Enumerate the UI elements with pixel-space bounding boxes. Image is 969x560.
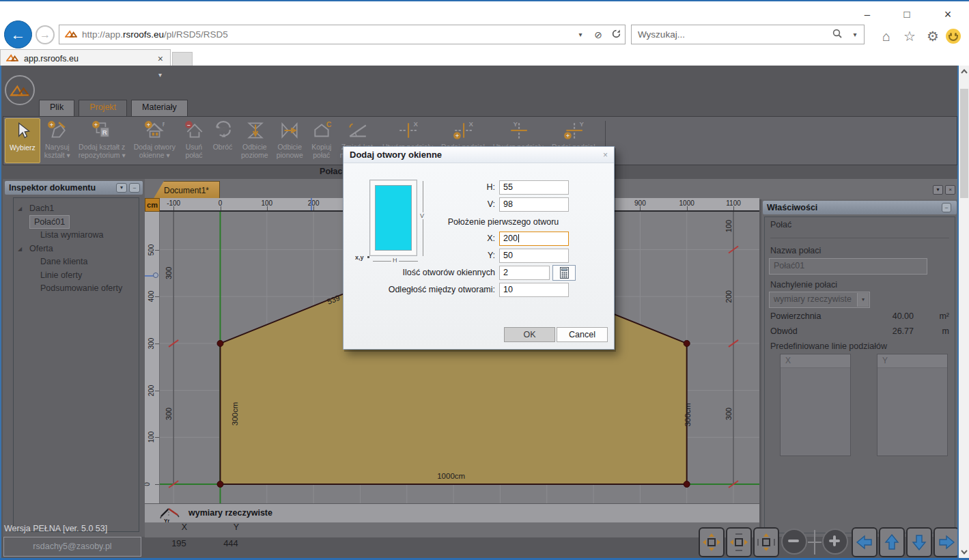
field-x-input[interactable]: 200 (499, 232, 569, 246)
pan-left-icon (855, 533, 874, 552)
calculator-button[interactable] (552, 265, 576, 281)
field-y-input[interactable]: 50 (499, 249, 569, 263)
new-tab-button[interactable] (172, 52, 193, 67)
scroll-down-icon[interactable] (959, 546, 969, 558)
tree-expander-icon[interactable]: ◢ (18, 246, 22, 252)
document-dropdown-button[interactable]: ▾ (933, 185, 943, 195)
ribbon-button-repo-shape[interactable]: R+Dodaj kształt zrepozytorium ▾ (74, 118, 130, 163)
field-v-input[interactable]: 98 (499, 197, 569, 212)
roof-name-input[interactable]: Połać01 (769, 258, 927, 275)
tree-item[interactable]: Linie oferty (40, 269, 82, 282)
address-dropdown-icon[interactable]: ▾ (572, 31, 589, 38)
ribbon-button-mirror-vertical[interactable]: Odbiciepionowe (272, 118, 307, 163)
ribbon-tab-projekt[interactable]: Projekt (79, 100, 127, 116)
select-caret-icon[interactable]: ▾ (857, 293, 869, 307)
tree-item-połać01[interactable]: Połać01 (29, 215, 70, 229)
pan-up-button[interactable] (879, 527, 905, 557)
tree-item[interactable]: Podsumowanie oferty (40, 282, 122, 295)
svg-text:R: R (102, 128, 107, 136)
svg-text:X: X (414, 120, 418, 128)
dialog-close-icon[interactable]: × (603, 150, 608, 160)
search-input[interactable]: Wyszukaj... ▾ (631, 25, 865, 44)
split-list-y-header: Y (877, 354, 947, 368)
slope-mode-select[interactable]: wymiary rzeczywiste ▾ (769, 292, 870, 308)
navigation-bar: ← → http://app.rsroofs.eu/pl/RSD5/RSD5 ▾… (0, 19, 969, 49)
zoom-in-button[interactable] (822, 529, 848, 555)
ruler-label: 200 (148, 384, 155, 396)
ruler-label: -100 (167, 199, 180, 207)
quick-access-caret-icon[interactable]: ▾ (158, 71, 162, 79)
forward-button[interactable]: → (36, 25, 55, 44)
field-h-input[interactable]: 55 (499, 180, 569, 195)
cancel-button[interactable]: Cancel (557, 327, 608, 342)
browser-tab[interactable]: app.rsroofs.eu × (0, 49, 171, 67)
ribbon-button-cursor[interactable]: Wybierz (5, 118, 40, 163)
metric-value: 40.00 (847, 311, 914, 321)
split-list-x[interactable]: X (780, 354, 851, 456)
fit-height-button[interactable] (753, 527, 779, 557)
scrollbar-thumb[interactable] (960, 89, 968, 198)
svg-text:300cm: 300cm (684, 403, 692, 427)
tree-item[interactable]: Dane klienta (40, 255, 88, 268)
ruler-tick (155, 484, 160, 485)
pan-down-icon (910, 533, 929, 552)
browser-scrollbar[interactable] (959, 66, 969, 558)
properties-body: Połać Nazwa połaci Połać01 Nachylenie po… (764, 216, 955, 533)
remove-roof-icon: – (184, 120, 204, 141)
app-logo-icon[interactable] (5, 75, 35, 105)
split-list-y[interactable]: Y (877, 354, 948, 456)
svg-text:–: – (187, 122, 191, 128)
properties-header[interactable]: Właściwości (763, 201, 957, 214)
inspector-minimize-button[interactable]: – (129, 183, 140, 193)
pan-right-button[interactable] (933, 527, 959, 557)
back-button[interactable]: ← (4, 20, 32, 48)
tree-item[interactable]: Lista wymiarowa (40, 229, 103, 242)
ribbon-tab-plik[interactable]: Plik (39, 100, 74, 116)
field-spacing-input[interactable]: 10 (499, 283, 569, 297)
home-icon[interactable]: ⌂ (876, 27, 897, 45)
search-placeholder: Wyszukaj... (632, 29, 828, 40)
document-tab[interactable]: Document1* (153, 181, 220, 199)
tree-item[interactable]: Dach1 (29, 202, 54, 215)
fit-all-button[interactable] (699, 527, 725, 557)
browser-chrome: – □ × ← → http://app.rsroofs.eu/pl/RSD5/… (0, 1, 969, 66)
url-domain: rsroofs.eu (123, 29, 164, 40)
ruler-tick (155, 391, 160, 391)
favorites-star-icon[interactable]: ☆ (899, 27, 920, 45)
predefined-splits-label: Predefiniowane linie podziałów (770, 341, 887, 351)
field-count-input[interactable]: 2 (499, 266, 550, 280)
ribbon-button-draw-shape[interactable]: +Narysujkształt ▾ (40, 118, 74, 163)
search-dropdown-icon[interactable]: ▾ (846, 31, 864, 38)
ribbon-button-remove-roof[interactable]: –Usuńpołać (180, 118, 208, 163)
refresh-icon[interactable] (607, 29, 625, 41)
address-bar[interactable]: http://app.rsroofs.eu/pl/RSD5/RSD5 ▾ ⊘ (59, 25, 626, 44)
document-close-button[interactable]: × (945, 185, 955, 195)
search-icon[interactable] (828, 28, 846, 41)
ruler-label: 100 (261, 199, 272, 207)
ribbon-button-add-window[interactable]: R+Dodaj otworyokienne ▾ (130, 118, 180, 163)
settings-gear-icon[interactable]: ⚙ (923, 27, 943, 45)
ribbon-tab-materiały[interactable]: Materiały (131, 100, 188, 116)
inspector-dropdown-button[interactable]: ▾ (116, 183, 127, 193)
dialog-title[interactable]: Dodaj otwory okienne (343, 147, 614, 163)
zoom-out-button[interactable] (781, 529, 807, 555)
ribbon-button-mirror-horizontal[interactable]: Odbiciepoziome (237, 118, 272, 163)
tab-close-icon[interactable]: × (158, 53, 163, 64)
ruler-tick (687, 206, 688, 212)
ok-button[interactable]: OK (504, 327, 555, 342)
tree-expander-icon[interactable]: ◢ (18, 206, 22, 212)
ruler-unit-box[interactable]: cm (145, 198, 160, 212)
ribbon-button-copy-roof[interactable]: CKopiujpołać (307, 118, 336, 163)
pan-down-button[interactable] (906, 527, 932, 557)
tree-item[interactable]: Oferta (29, 242, 53, 255)
pan-left-button[interactable] (852, 527, 877, 557)
feedback-smiley-icon[interactable] (946, 29, 961, 44)
ribbon-button-rotate-90[interactable]: 90°Obróć (208, 118, 237, 163)
scroll-up-icon[interactable] (959, 66, 969, 77)
fit-width-button[interactable] (726, 527, 752, 557)
repo-shape-icon: R+ (92, 120, 112, 141)
field-spacing-label: Odległość między otworami: (343, 285, 495, 294)
properties-minimize-button[interactable]: – (942, 203, 951, 212)
ribbon-tab-bar: PlikProjektMateriały (39, 100, 192, 116)
stop-icon[interactable]: ⊘ (589, 29, 607, 40)
